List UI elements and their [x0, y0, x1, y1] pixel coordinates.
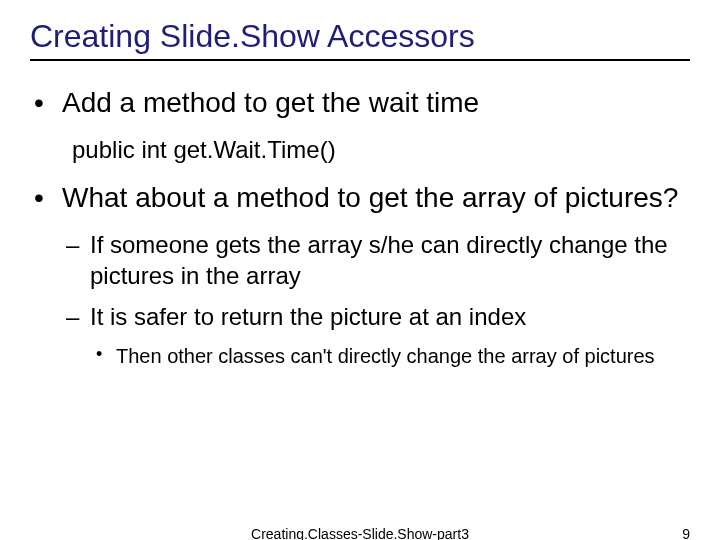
bullet-2: What about a method to get the array of …: [30, 180, 690, 369]
bullet-2-sub-2-text: It is safer to return the picture at an …: [90, 303, 526, 330]
slide: Creating Slide.Show Accessors Add a meth…: [0, 0, 720, 540]
bullet-2-sub-1: If someone gets the array s/he can direc…: [62, 229, 690, 291]
bullet-2-text: What about a method to get the array of …: [62, 182, 678, 213]
bullet-2-sub-2: It is safer to return the picture at an …: [62, 301, 690, 368]
slide-title: Creating Slide.Show Accessors: [30, 18, 690, 61]
footer-center-text: Creating.Classes-Slide.Show-part3: [251, 526, 469, 540]
bullet-2-sublist: If someone gets the array s/he can direc…: [62, 229, 690, 369]
bullet-2-sub-1-text: If someone gets the array s/he can direc…: [90, 231, 668, 289]
bullet-1-code: public int get.Wait.Time(): [72, 136, 690, 164]
page-number: 9: [682, 526, 690, 540]
bullet-list: Add a method to get the wait time public…: [30, 85, 690, 369]
bullet-2-sub-2-sub-1: Then other classes can't directly change…: [90, 343, 690, 369]
bullet-1: Add a method to get the wait time: [30, 85, 690, 120]
bullet-2-sub-2-sublist: Then other classes can't directly change…: [90, 343, 690, 369]
bullet-2-sub-2-sub-1-text: Then other classes can't directly change…: [116, 345, 655, 367]
bullet-1-text: Add a method to get the wait time: [62, 87, 479, 118]
